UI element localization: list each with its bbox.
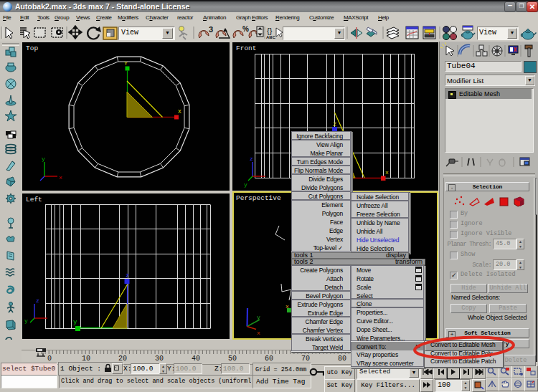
svg-text:z: z — [126, 272, 129, 279]
svg-text:%: % — [242, 25, 249, 33]
svg-text:y: y — [42, 156, 45, 162]
svg-text:Y: Y — [124, 60, 128, 67]
svg-text:Perspective: Perspective — [236, 194, 281, 202]
svg-text:x: x — [257, 330, 260, 336]
svg-text:x: x — [59, 174, 62, 181]
svg-text:y: y — [24, 317, 28, 324]
svg-text:x: x — [285, 303, 289, 310]
svg-text:{}: {} — [267, 27, 273, 35]
svg-text:y: y — [257, 314, 260, 320]
svg-text:Left: Left — [26, 196, 42, 204]
svg-text:z: z — [333, 121, 336, 128]
svg-text:z: z — [250, 156, 253, 162]
svg-text:ABC: ABC — [266, 35, 276, 39]
svg-text:Top: Top — [26, 44, 38, 52]
svg-text:x: x — [385, 169, 389, 176]
svg-text:Front: Front — [236, 44, 257, 52]
svg-text:z: z — [36, 297, 39, 304]
svg-text:y: y — [244, 181, 247, 188]
svg-text:3: 3 — [209, 25, 213, 34]
svg-text:y: y — [73, 319, 77, 326]
svg-text:X: X — [178, 108, 181, 115]
